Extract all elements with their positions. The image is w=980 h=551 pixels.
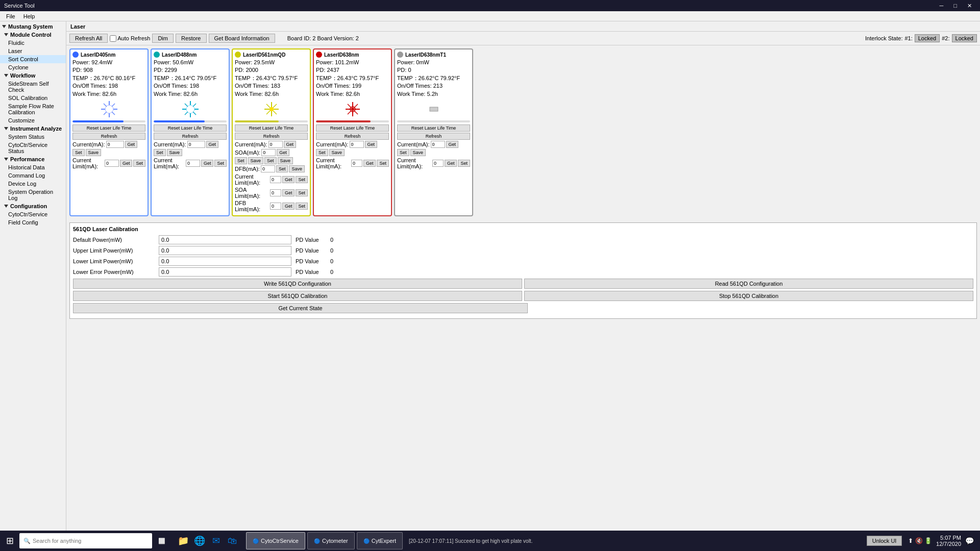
- dfb-limit-set-561[interactable]: Set: [296, 203, 308, 210]
- taskbar-file-explorer[interactable]: 📁: [176, 533, 191, 548]
- sidebar-item-historical-data[interactable]: Historical Data: [0, 163, 66, 171]
- limit-set-638[interactable]: Set: [377, 160, 389, 167]
- stop-calib-button[interactable]: Stop 561QD Calibration: [524, 291, 973, 301]
- limit-input-405[interactable]: [105, 160, 119, 167]
- dfb-save-561[interactable]: Save: [289, 165, 305, 172]
- limit-get-638[interactable]: Get: [363, 160, 376, 167]
- limit-get-488[interactable]: Get: [201, 160, 214, 167]
- sidebar-section-configuration[interactable]: Configuration: [0, 202, 66, 210]
- close-button[interactable]: ✕: [963, 2, 976, 10]
- search-input[interactable]: [33, 538, 148, 544]
- refresh-btn-405[interactable]: Refresh: [72, 133, 145, 140]
- current-set-488[interactable]: Set: [154, 149, 166, 156]
- refresh-btn-561[interactable]: Refresh: [235, 133, 308, 140]
- taskbar-store[interactable]: 🛍: [225, 533, 240, 548]
- sidebar-item-sidestream[interactable]: SideStream Self Check: [0, 80, 66, 94]
- sidebar-item-command-log[interactable]: Command Log: [0, 171, 66, 180]
- limit-input-638t1[interactable]: [432, 160, 444, 167]
- read-config-button[interactable]: Read 561QD Configuration: [524, 279, 973, 289]
- restore-button[interactable]: Restore: [176, 34, 207, 43]
- current-input-405[interactable]: [106, 141, 124, 148]
- reset-btn-405[interactable]: Reset Laser Life Time: [72, 124, 145, 132]
- limit-get-405[interactable]: Get: [120, 160, 133, 167]
- soa-save-561[interactable]: Save: [278, 157, 293, 164]
- limit-set-488[interactable]: Set: [214, 160, 227, 167]
- sidebar-item-cytoctr-service[interactable]: CytoCtr/Service: [0, 210, 66, 218]
- limit-set-561[interactable]: Set: [296, 176, 308, 183]
- soa-get-561[interactable]: Get: [277, 149, 289, 156]
- sidebar-item-cytoctr-status[interactable]: CytoCtr/Service Status: [0, 141, 66, 155]
- calib-input-upper[interactable]: [159, 246, 291, 255]
- sidebar-item-device-log[interactable]: Device Log: [0, 180, 66, 188]
- current-save-638[interactable]: Save: [329, 149, 345, 156]
- limit-input-488[interactable]: [186, 160, 200, 167]
- minimize-button[interactable]: ─: [936, 2, 948, 10]
- soa-limit-set-561[interactable]: Set: [296, 189, 308, 196]
- dfb-input-561[interactable]: [261, 165, 275, 172]
- sidebar-item-field-config[interactable]: Field Config: [0, 218, 66, 227]
- reset-btn-638t1[interactable]: Reset Laser Life Time: [397, 124, 470, 132]
- current-get-638t1[interactable]: Get: [446, 141, 459, 148]
- limit-set-405[interactable]: Set: [133, 160, 145, 167]
- start-calib-button[interactable]: Start 561QD Calibration: [73, 291, 522, 301]
- notification-icon[interactable]: 💬: [965, 537, 974, 545]
- refresh-btn-488[interactable]: Refresh: [154, 133, 227, 140]
- current-input-638[interactable]: [350, 141, 364, 148]
- task-view-button[interactable]: ⬜: [154, 533, 169, 548]
- current-get-488[interactable]: Get: [206, 141, 219, 148]
- reset-btn-638[interactable]: Reset Laser Life Time: [316, 124, 389, 132]
- current-get-561[interactable]: Get: [284, 141, 297, 148]
- sidebar-item-cyclone[interactable]: Cyclone: [0, 63, 66, 71]
- current-set-638[interactable]: Set: [316, 149, 328, 156]
- sidebar-item-sample-flow[interactable]: Sample Flow Rate Calibration: [0, 102, 66, 116]
- calib-input-error[interactable]: [159, 267, 291, 277]
- soa-limit-input-561[interactable]: [270, 189, 281, 196]
- taskbar-edge[interactable]: 🌐: [192, 533, 207, 548]
- current-input-638t1[interactable]: [431, 141, 445, 148]
- dfb-limit-input-561[interactable]: [270, 203, 281, 210]
- start-button[interactable]: ⊞: [2, 533, 17, 548]
- calib-input-lower[interactable]: [159, 257, 291, 266]
- current-set-638t1[interactable]: Set: [397, 149, 409, 156]
- soa-input-561[interactable]: [261, 149, 276, 156]
- maximize-button[interactable]: □: [949, 2, 961, 10]
- sidebar-item-system-op-log[interactable]: System Operation Log: [0, 188, 66, 202]
- current-save-405[interactable]: Save: [86, 149, 102, 156]
- app-btn-cytexpert[interactable]: 🔵 CytExpert: [357, 532, 403, 549]
- limit-set-638t1[interactable]: Set: [458, 160, 470, 167]
- current-get-405[interactable]: Get: [125, 141, 138, 148]
- calib-input-default[interactable]: [159, 235, 291, 244]
- auto-refresh-checkbox[interactable]: [110, 35, 116, 42]
- sidebar-item-fluidic[interactable]: Fluidic: [0, 39, 66, 47]
- limit-input-561[interactable]: [270, 176, 281, 183]
- sidebar-item-customize[interactable]: Customize: [0, 116, 66, 124]
- sidebar-item-laser[interactable]: Laser: [0, 47, 66, 55]
- current-get-638[interactable]: Get: [365, 141, 378, 148]
- soa-limit-get-561[interactable]: Get: [282, 189, 295, 196]
- write-config-button[interactable]: Write 561QD Configuration: [73, 279, 522, 289]
- current-save-561[interactable]: Save: [248, 157, 264, 164]
- dfb-limit-get-561[interactable]: Get: [282, 203, 295, 210]
- refresh-btn-638t1[interactable]: Refresh: [397, 133, 470, 140]
- soa-set-561[interactable]: Set: [264, 157, 277, 164]
- limit-input-638[interactable]: [351, 160, 362, 167]
- unlock-button[interactable]: Unlock UI: [867, 536, 902, 546]
- current-save-638t1[interactable]: Save: [410, 149, 426, 156]
- sidebar-item-system-status[interactable]: System Status: [0, 133, 66, 141]
- app-btn-cytoctrservice[interactable]: 🔵 CytoCtrService: [246, 532, 305, 549]
- sidebar-section-mustang[interactable]: Mustang System: [0, 22, 66, 31]
- reset-btn-488[interactable]: Reset Laser Life Time: [154, 124, 227, 132]
- dfb-set-561[interactable]: Set: [276, 165, 288, 172]
- current-input-488[interactable]: [187, 141, 205, 148]
- limit-get-638t1[interactable]: Get: [445, 160, 457, 167]
- limit-get-561[interactable]: Get: [282, 176, 295, 183]
- current-save-488[interactable]: Save: [167, 149, 183, 156]
- sidebar-section-module-control[interactable]: Module Control: [0, 31, 66, 39]
- get-board-info-button[interactable]: Get Board Information: [209, 34, 275, 43]
- current-set-405[interactable]: Set: [72, 149, 85, 156]
- sidebar-section-workflow[interactable]: Workflow: [0, 71, 66, 80]
- sidebar-item-sol-calibration[interactable]: SOL Calibration: [0, 94, 66, 102]
- menu-help[interactable]: Help: [19, 12, 39, 20]
- sidebar-section-instrument[interactable]: Instrument Analyze: [0, 124, 66, 133]
- taskbar-mail[interactable]: ✉: [208, 533, 224, 548]
